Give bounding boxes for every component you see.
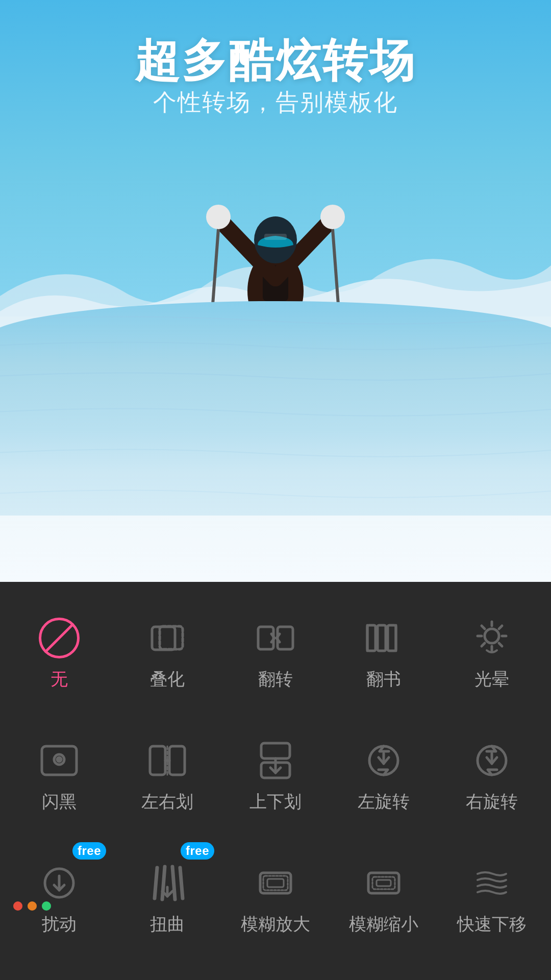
svg-point-50 xyxy=(57,757,61,762)
tool-lrswipe-label: 左右划 xyxy=(141,790,193,814)
bookflip-icon xyxy=(361,616,406,660)
tool-overlap-label: 叠化 xyxy=(150,668,185,691)
tool-blurout-label: 模糊放大 xyxy=(241,913,310,936)
tool-udswipe[interactable]: 上下划 xyxy=(221,715,330,837)
tool-lrotate[interactable]: 左旋转 xyxy=(330,715,438,837)
udswipe-icon xyxy=(253,738,298,783)
toolbar: 无 叠化 翻转 xyxy=(0,582,551,980)
tool-blurin[interactable]: 模糊缩小 xyxy=(330,837,438,960)
svg-rect-31 xyxy=(160,626,183,649)
flip-icon xyxy=(253,616,298,660)
dots-indicator xyxy=(13,901,51,911)
svg-line-67 xyxy=(172,867,175,899)
svg-rect-11 xyxy=(264,234,287,240)
tool-rrotate-label: 右旋转 xyxy=(466,790,518,814)
tool-flashblack[interactable]: 闪黑 xyxy=(5,715,113,837)
dot-orange xyxy=(28,901,37,911)
tool-blurout[interactable]: 模糊放大 xyxy=(221,837,330,960)
svg-rect-30 xyxy=(152,627,175,650)
lrotate-icon xyxy=(361,738,406,783)
blurout-icon xyxy=(253,861,298,905)
svg-line-68 xyxy=(180,868,183,898)
tool-shake[interactable]: free 扰动 xyxy=(5,837,113,960)
svg-rect-32 xyxy=(258,627,273,649)
fastdown-icon xyxy=(469,861,514,905)
tool-lrswipe[interactable]: 左右划 xyxy=(113,715,221,837)
distort-icon xyxy=(145,861,190,905)
svg-line-65 xyxy=(155,868,157,898)
svg-line-46 xyxy=(499,626,502,629)
tool-glare-label: 光晕 xyxy=(474,668,509,691)
svg-rect-35 xyxy=(378,625,386,651)
no-icon xyxy=(37,616,82,660)
tool-shake-label: 扰动 xyxy=(42,913,77,936)
tool-distort-label: 扭曲 xyxy=(150,913,185,936)
flashblack-icon xyxy=(37,738,82,783)
svg-rect-55 xyxy=(261,743,290,758)
svg-line-44 xyxy=(482,626,485,629)
lrswipe-icon xyxy=(145,738,190,783)
tool-flip-label: 翻转 xyxy=(258,668,293,691)
svg-point-5 xyxy=(320,205,345,229)
blurin-icon xyxy=(361,861,406,905)
tool-distort[interactable]: free 扭曲 xyxy=(113,837,221,960)
svg-line-47 xyxy=(482,643,485,646)
tool-bookflip[interactable]: 翻书 xyxy=(330,592,438,715)
hero-section: 超多酷炫转场 个性转场，告别模板化 xyxy=(0,0,551,582)
dot-red xyxy=(13,901,22,911)
transition-band xyxy=(0,301,551,516)
rrotate-icon xyxy=(469,738,514,783)
tool-udswipe-label: 上下划 xyxy=(249,790,302,814)
tool-fastdown[interactable]: 快速下移 xyxy=(438,837,546,960)
svg-point-39 xyxy=(485,629,499,643)
distort-free-badge: free xyxy=(181,842,214,860)
tool-fastdown-label: 快速下移 xyxy=(457,913,527,936)
hero-title: 超多酷炫转场 xyxy=(0,31,551,91)
tool-lrotate-label: 左旋转 xyxy=(358,790,410,814)
shake-free-badge: free xyxy=(72,842,106,860)
tool-grid: 无 叠化 翻转 xyxy=(0,582,551,965)
svg-rect-72 xyxy=(267,879,284,887)
svg-rect-52 xyxy=(169,746,185,775)
svg-point-4 xyxy=(206,205,231,229)
tool-rrotate[interactable]: 右旋转 xyxy=(438,715,546,837)
svg-rect-33 xyxy=(278,627,293,649)
tool-glare[interactable]: 光晕 xyxy=(438,592,546,715)
shake-icon xyxy=(37,861,82,905)
glare-icon xyxy=(469,616,514,660)
svg-line-45 xyxy=(499,643,502,646)
tool-overlap[interactable]: 叠化 xyxy=(113,592,221,715)
tool-flashblack-label: 闪黑 xyxy=(42,790,77,814)
svg-rect-51 xyxy=(150,746,165,775)
tool-bookflip-label: 翻书 xyxy=(366,668,401,691)
dot-green xyxy=(42,901,51,911)
tool-flip[interactable]: 翻转 xyxy=(221,592,330,715)
overlap-icon xyxy=(145,616,190,660)
tool-none[interactable]: 无 xyxy=(5,592,113,715)
tool-none-label: 无 xyxy=(51,668,68,691)
svg-rect-75 xyxy=(377,880,391,886)
hero-subtitle: 个性转场，告别模板化 xyxy=(0,87,551,118)
tool-blurin-label: 模糊缩小 xyxy=(349,913,418,936)
